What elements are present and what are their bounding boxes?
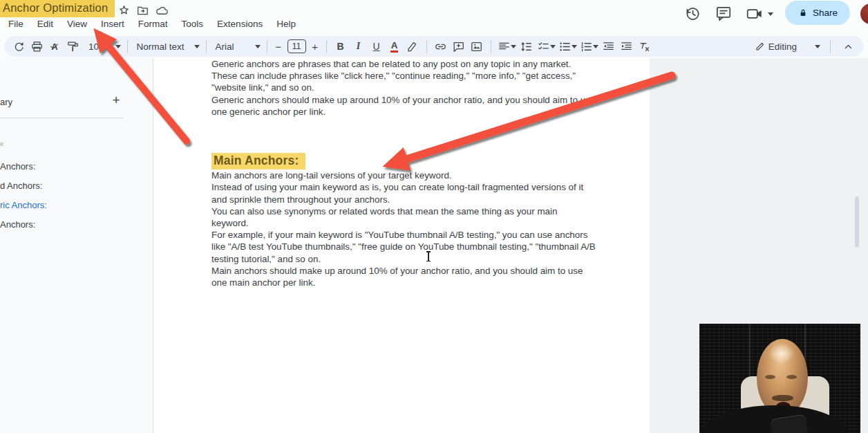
line-spacing-button[interactable] — [518, 37, 536, 55]
menu-insert[interactable]: Insert — [94, 19, 131, 29]
clear-formatting-button[interactable] — [636, 37, 654, 55]
paragraph[interactable]: Main anchors are long-tail versions of y… — [211, 169, 596, 181]
editing-mode-select[interactable]: Editing — [753, 37, 822, 55]
link-icon — [434, 40, 447, 53]
toolbar-divider — [491, 40, 491, 53]
toolbar-divider — [830, 40, 831, 53]
paragraph[interactable]: You can also use synonyms or related wor… — [211, 205, 596, 229]
paragraph-style-value: Normal text — [134, 42, 187, 52]
add-comment-button[interactable] — [450, 37, 468, 55]
decrease-indent-icon — [602, 40, 615, 53]
collapse-toolbar-button[interactable] — [839, 37, 857, 55]
document-title[interactable]: Anchor Optimization — [0, 0, 115, 17]
forehead-highlight — [768, 343, 795, 364]
numbered-list-caret-icon — [593, 45, 598, 48]
bulleted-list-icon — [558, 40, 572, 53]
toolbar-divider — [267, 40, 267, 53]
font-size-input[interactable]: 11 — [287, 39, 306, 53]
font-size-decrease-button[interactable]: − — [272, 41, 285, 53]
paragraph[interactable]: Generic anchors are phrases that can be … — [211, 58, 596, 94]
text-color-button[interactable]: A — [386, 37, 404, 55]
zoom-value: 100% — [86, 42, 115, 52]
numbered-list-button[interactable] — [578, 37, 600, 55]
bulleted-list-button[interactable] — [557, 37, 578, 55]
outline-item-active[interactable]: ric Anchors: — [0, 200, 47, 210]
scrollbar-thumb[interactable] — [855, 196, 859, 248]
redo-button[interactable] — [10, 37, 28, 55]
zoom-select[interactable]: 100% — [84, 37, 122, 55]
outline-item[interactable]: Anchors: — [0, 219, 35, 230]
numbered-list-icon — [580, 40, 593, 53]
outline-header-fragment: ary — [0, 97, 12, 107]
toolbar-divider — [426, 40, 427, 53]
menu-file[interactable]: File — [1, 19, 30, 29]
align-caret-icon — [511, 45, 516, 48]
webcam-video — [699, 324, 860, 433]
style-caret-icon — [194, 45, 200, 48]
version-history-icon — [683, 5, 701, 23]
top-right-actions: Share — [674, 0, 868, 30]
video-call-icon — [746, 5, 764, 23]
increase-indent-icon — [620, 40, 633, 53]
share-lock-icon — [798, 8, 809, 19]
menu-format[interactable]: Format — [131, 19, 175, 29]
google-docs-window: Anchor Optimization File Edit View Inser… — [0, 0, 868, 433]
menu-edit[interactable]: Edit — [30, 19, 60, 29]
font-select[interactable]: Arial — [211, 37, 262, 55]
video-call-caret-icon[interactable] — [768, 12, 773, 16]
outline-item[interactable]: Anchors: — [0, 161, 35, 172]
highlight-button[interactable] — [404, 37, 422, 55]
image-icon — [470, 40, 483, 53]
font-size-increase-button[interactable]: + — [309, 41, 321, 53]
paint-roller-icon — [66, 40, 79, 53]
menu-bar: File Edit View Insert Format Tools Exten… — [1, 16, 303, 31]
outline-item[interactable]: d Anchors: — [0, 181, 42, 191]
toolbar-divider — [326, 40, 327, 53]
comments-button[interactable] — [715, 5, 733, 23]
video-call-button[interactable] — [746, 5, 764, 23]
align-button[interactable] — [496, 37, 518, 55]
add-heading-button[interactable]: + — [108, 93, 124, 108]
paragraph[interactable]: Main anchors should make up around 10% o… — [211, 265, 596, 288]
spellcheck-button[interactable]: A — [46, 37, 64, 55]
bold-button[interactable]: B — [332, 37, 350, 55]
clear-formatting-icon — [638, 40, 651, 53]
account-avatar[interactable] — [860, 3, 868, 24]
underline-button[interactable]: U — [368, 37, 386, 55]
insert-image-button[interactable] — [468, 37, 486, 55]
paragraph-style-select[interactable]: Normal text — [133, 37, 201, 55]
top-bar: Anchor Optimization File Edit View Inser… — [0, 0, 868, 35]
paragraph[interactable]: For example, if your main keyword is "Yo… — [211, 229, 596, 265]
increase-indent-button[interactable] — [618, 37, 636, 55]
menu-tools[interactable]: Tools — [175, 19, 211, 29]
section-heading[interactable]: Main Anchors: — [211, 153, 305, 169]
paragraph[interactable]: Instead of using your main keyword as is… — [211, 181, 596, 205]
share-button[interactable]: Share — [785, 1, 850, 25]
toolbar-divider — [127, 40, 128, 53]
menu-extensions[interactable]: Extensions — [210, 19, 270, 29]
menu-help[interactable]: Help — [270, 19, 303, 29]
decrease-indent-button[interactable] — [600, 37, 618, 55]
paragraph[interactable]: Generic anchors should make up around 10… — [211, 94, 596, 118]
add-comment-icon — [452, 40, 465, 53]
version-history-button[interactable] — [683, 5, 701, 23]
underline-icon: U — [373, 41, 380, 52]
checklist-button[interactable] — [536, 37, 557, 55]
paint-format-button[interactable] — [64, 37, 82, 55]
editing-mode-value: Editing — [766, 42, 800, 52]
bold-icon: B — [337, 41, 344, 52]
toolbar-divider — [206, 40, 207, 53]
heading-wrap: Main Anchors: — [211, 153, 596, 169]
bulleted-list-caret-icon — [572, 45, 577, 48]
share-label: Share — [813, 8, 838, 18]
comments-icon — [715, 5, 733, 23]
document-page[interactable]: Generic anchors are phrases that can be … — [153, 58, 650, 433]
print-button[interactable] — [28, 37, 46, 55]
outline-item-fragment: e — [0, 140, 3, 147]
formatting-toolbar: A 100% Normal text Arial − 11 + — [4, 36, 864, 57]
outline-divider — [0, 118, 123, 118]
menu-view[interactable]: View — [60, 19, 94, 29]
text-cursor — [428, 251, 429, 261]
insert-link-button[interactable] — [432, 37, 450, 55]
italic-button[interactable]: I — [350, 37, 368, 55]
